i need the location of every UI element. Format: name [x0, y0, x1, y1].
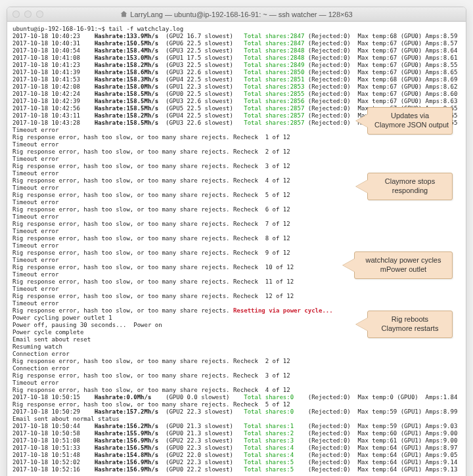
log-row: 2017-10-18 10:41:53 Hashrate:158.3Mh/s (… [12, 76, 461, 83]
log-row: 2017-10-18 10:51:48 Hashrate:154.8Mh/s (… [12, 452, 461, 459]
timeout-line: Timeout error [12, 156, 461, 163]
prompt: ubuntu@ip-192-168-16-91:~$ tail -f watch… [12, 26, 461, 33]
log-row: 2017-10-18 10:52:16 Hashrate:156.9Mh/s (… [12, 466, 461, 473]
log-row: 2017-10-18 10:42:39 Hashrate:158.5Mh/s (… [12, 98, 461, 105]
log-text: Connection error [12, 365, 461, 372]
timeout-line: Timeout error [12, 199, 461, 206]
email-line: Email sent about normal status [12, 416, 461, 423]
timeout-line: Timeout error [12, 228, 461, 235]
log-text: Rig response error, hash too slow, or to… [12, 358, 461, 365]
log-row: 2017-10-18 10:42:08 Hashrate:158.0Mh/s (… [12, 83, 461, 91]
recheck-line: Rig response error, hash too slow, or to… [12, 148, 461, 156]
log-row: 2017-10-18 10:51:33 Hashrate:156.5Mh/s (… [12, 444, 461, 452]
log-row: 2017-10-18 10:41:39 Hashrate:158.6Mh/s (… [12, 69, 461, 76]
timeout-line: Timeout error [12, 286, 461, 293]
recheck-line: Rig response error, hash too slow, or to… [12, 163, 461, 170]
callout-json: Updates viaClaymore JSON output [367, 107, 453, 135]
window-title: LarryLang — ubuntu@ip-192-168-16-91: ~ —… [7, 11, 466, 18]
recheck-line: Rig response error, hash too slow, or to… [12, 221, 461, 228]
log-text: Rig response error, hash too slow, or to… [12, 372, 461, 379]
traffic-lights [12, 11, 43, 18]
log-row: 2017-10-18 10:41:23 Hashrate:158.2Mh/s (… [12, 62, 461, 69]
log-row: 2017-10-18 10:40:23 Hashrate:133.9Mh/s (… [12, 33, 461, 40]
zoom-icon[interactable] [36, 11, 43, 18]
log-text: Rig response error, hash too slow, or to… [12, 387, 461, 394]
log-row: 2017-10-18 10:50:29 Hashrate:157.2Mh/s (… [12, 408, 461, 416]
log-row: 2017-10-18 10:42:24 Hashrate:158.5Mh/s (… [12, 91, 461, 98]
recheck-line: Rig response error, hash too slow, or to… [12, 134, 461, 141]
recheck-line: Rig response error, hash too slow, or to… [12, 401, 461, 408]
callout-stops: Claymore stopsresponding [367, 173, 453, 200]
minimize-icon[interactable] [24, 11, 32, 18]
terminal-window: LarryLang — ubuntu@ip-192-168-16-91: ~ —… [7, 7, 466, 476]
log-row: 2017-10-18 10:52:02 Hashrate:156.9Mh/s (… [12, 459, 461, 466]
home-icon [120, 11, 127, 18]
timeout-line: Timeout error [12, 300, 461, 307]
recheck-line: Rig response error, hash too slow, or to… [12, 278, 461, 286]
close-icon[interactable] [12, 11, 20, 18]
terminal-body[interactable]: ubuntu@ip-192-168-16-91:~$ tail -f watch… [7, 22, 466, 476]
titlebar[interactable]: LarryLang — ubuntu@ip-192-168-16-91: ~ —… [7, 7, 466, 22]
callout-reboot: Rig rebootsClaymore restarts [367, 311, 453, 338]
recheck-line: Rig response error, hash too slow, or to… [12, 293, 461, 300]
timeout-line: Timeout error [12, 213, 461, 221]
log-row: 2017-10-18 10:40:31 Hashrate:150.5Mh/s (… [12, 40, 461, 47]
callout-power: watchclay power cyclesmPower outlet [354, 251, 453, 279]
log-row: 2017-10-18 10:41:08 Hashrate:153.0Mh/s (… [12, 54, 461, 62]
timeout-line: Timeout error [12, 141, 461, 148]
log-row: 2017-10-18 10:50:58 Hashrate:155.9Mh/s (… [12, 430, 461, 437]
log-text: Connection error [12, 351, 461, 358]
recheck-line: Rig response error, hash too slow, or to… [12, 206, 461, 213]
log-row: 2017-10-18 10:50:44 Hashrate:156.2Mh/s (… [12, 423, 461, 430]
log-text: Resuming watch [12, 343, 461, 351]
recheck-line: Rig response error, hash too slow, or to… [12, 235, 461, 242]
title-text: LarryLang — ubuntu@ip-192-168-16-91: ~ —… [130, 11, 352, 18]
timeout-line: Timeout error [12, 242, 461, 249]
log-row: 2017-10-18 10:50:15 Hashrate:0.0Mh/s (GP… [12, 394, 461, 401]
log-row: 2017-10-18 10:40:54 Hashrate:158.4Mh/s (… [12, 47, 461, 54]
log-row: 2017-10-18 10:51:08 Hashrate:156.9Mh/s (… [12, 437, 461, 444]
log-text: Timeout error [12, 379, 461, 387]
